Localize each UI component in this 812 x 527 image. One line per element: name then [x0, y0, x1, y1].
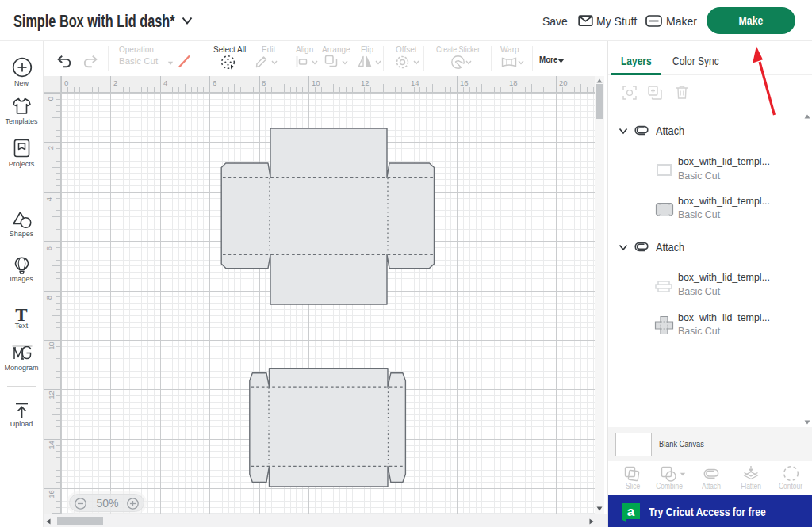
svg-text:a: a: [627, 503, 635, 518]
